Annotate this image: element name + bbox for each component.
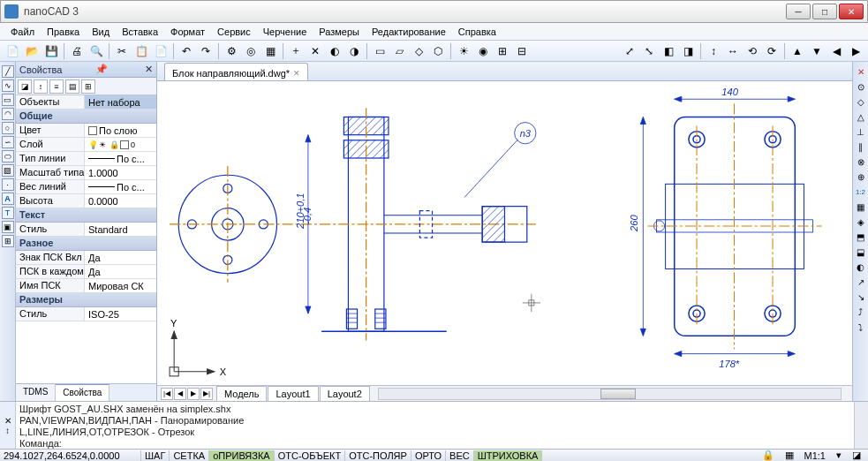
tool-icon[interactable]: ◐ [326,42,343,60]
menu-draw[interactable]: Черчение [258,25,313,39]
tool-icon[interactable]: ▦ [261,42,279,60]
h-scrollbar[interactable] [378,388,842,400]
spline-tool-icon[interactable]: ∽ [2,136,14,148]
rect-tool-icon[interactable]: ▭ [2,94,14,106]
preview-icon[interactable]: 🔍 [87,42,105,60]
tool-icon[interactable]: ⬡ [429,42,447,60]
tab-close-icon[interactable]: ✕ [293,69,300,78]
ellipse-tool-icon[interactable]: ⬭ [2,150,14,162]
tab-nav-last-icon[interactable]: ▶| [200,388,213,400]
menu-format[interactable]: Формат [165,25,210,39]
line-tool-icon[interactable]: ╱ [2,65,14,78]
scrollbar-thumb[interactable] [600,389,636,399]
tool-icon[interactable]: ◇ [410,42,427,60]
undo-icon[interactable]: ↶ [177,42,195,60]
prop-row-ltscale[interactable]: Масштаб типа ...1.0000 [16,166,156,180]
prop-tool-icon[interactable]: ⊞ [81,79,95,94]
toggle-snap[interactable]: ШАГ [141,450,170,461]
tool-icon[interactable]: ◀ [827,42,845,60]
menu-edit[interactable]: Правка [42,25,85,39]
prop-row-color[interactable]: ЦветПо слою [16,124,156,138]
prop-row[interactable]: Имя ПСКМировая СК [16,279,156,293]
new-icon[interactable]: 📄 [4,42,21,60]
prop-tool-icon[interactable]: ▤ [65,79,79,94]
circle-tool-icon[interactable]: ○ [2,122,14,134]
mtext-tool-icon[interactable]: T [2,207,14,219]
grid-icon[interactable]: ▦ [781,450,797,461]
prop-row-dimstyle[interactable]: СтильISO-25 [16,307,156,321]
snap-icon[interactable]: △ [855,110,867,123]
tool-icon[interactable]: ⚙ [223,42,240,60]
prop-tool-icon[interactable]: ◪ [18,79,32,94]
tab-properties[interactable]: Свойства [56,384,109,401]
snap-icon[interactable]: ⊥ [855,125,867,138]
prop-row-textstyle[interactable]: СтильStandard [16,223,156,237]
zoom-icon[interactable]: ✕ [855,65,867,78]
tool-icon[interactable]: ↔ [724,42,742,60]
tool-icon[interactable]: ⟳ [763,42,781,60]
prop-row-lweight[interactable]: Вес линийПо с... [16,180,156,194]
tool-icon[interactable]: ◎ [242,42,260,60]
text-tool-icon[interactable]: A [2,193,14,205]
toggle-hatch[interactable]: ШТРИХОВКА [474,450,543,461]
tool-icon[interactable]: ⤵ [855,321,867,333]
tool-icon[interactable]: ◑ [345,42,363,60]
snap-icon[interactable]: ⊙ [855,80,867,93]
tool-icon[interactable]: ◈ [855,215,867,228]
tool-icon[interactable]: ▱ [390,42,408,60]
copy-icon[interactable]: 📋 [132,42,150,60]
tool-icon[interactable]: ↗ [855,276,867,288]
toggle-otrack[interactable]: ОТС-ОБЪЕКТ [275,450,345,461]
save-icon[interactable]: 💾 [42,42,60,60]
tab-tdms[interactable]: TDMS [16,384,56,401]
toggle-polar[interactable]: ОТС-ПОЛЯР [345,450,411,461]
snap-icon[interactable]: ⊗ [855,155,867,168]
cmd-scrollbar[interactable] [854,402,868,449]
prop-row[interactable]: ПСК в каждом ...Да [16,265,156,279]
tool-icon[interactable]: ↘ [855,291,867,303]
scale-icon[interactable]: 1:2 [855,185,867,198]
snap-icon[interactable]: ∥ [855,140,867,153]
prop-row-layer[interactable]: Слой💡☀🔒0 [16,138,156,152]
document-tab[interactable]: Блок направляющий.dwg* ✕ [164,63,308,80]
tab-nav-first-icon[interactable]: |◀ [161,388,173,400]
tool-icon[interactable]: ⟲ [743,42,761,60]
maximize-button[interactable]: □ [812,4,837,19]
polyline-tool-icon[interactable]: ∿ [2,79,14,92]
section-misc[interactable]: Разное [16,237,156,251]
prop-row-linetype[interactable]: Тип линииПо с... [16,152,156,166]
tool-icon[interactable]: ⬒ [855,230,867,243]
hatch-tool-icon[interactable]: ▨ [2,164,14,177]
tool-icon[interactable]: ⤴ [855,306,867,318]
object-row[interactable]: Объекты Нет набора [16,95,156,110]
menu-help[interactable]: Справка [453,25,502,39]
point-tool-icon[interactable]: · [2,178,14,191]
tool-icon[interactable]: ⬓ [855,246,867,258]
tool-icon[interactable]: ▶ [847,42,864,60]
tool-icon[interactable]: ↕ [705,42,722,60]
lock-icon[interactable]: 🔒 [759,450,778,461]
tool-icon[interactable]: ▦ [855,200,867,213]
snap-icon[interactable]: ⊕ [855,170,867,183]
command-log[interactable]: Шрифт GOST_AU.SHX заменён на simplex.shx… [16,402,854,449]
tool-icon[interactable]: ◨ [679,42,697,60]
pin-icon[interactable]: 📌 [95,64,108,75]
section-text[interactable]: Текст [16,208,156,223]
drawing-canvas[interactable]: 210+0,1 -0,4 n3 X Y [157,81,852,385]
tool-icon[interactable]: ◐ [855,261,867,273]
tool-icon[interactable]: ＋ [287,42,305,60]
tool-icon[interactable]: ⤢ [621,42,638,60]
chevron-down-icon[interactable]: ▾ [833,450,845,461]
tool-icon[interactable]: ✕ [306,42,324,60]
tab-nav-next-icon[interactable]: ▶ [187,388,200,400]
tool-icon[interactable]: ☀ [455,42,472,60]
tool-icon[interactable]: ⊟ [513,42,531,60]
toggle-lwt[interactable]: ВЕС [446,450,474,461]
tool-icon[interactable]: ▲ [789,42,806,60]
menu-insert[interactable]: Вставка [117,25,163,39]
tool-icon[interactable]: ⊞ [494,42,511,60]
cmd-pin-icon[interactable]: ↕ [5,426,10,435]
tool-icon[interactable]: ▭ [371,42,389,60]
cmd-close-icon[interactable]: ✕ [4,416,11,426]
toggle-osnap[interactable]: оПРИВЯЗКА [209,450,275,461]
